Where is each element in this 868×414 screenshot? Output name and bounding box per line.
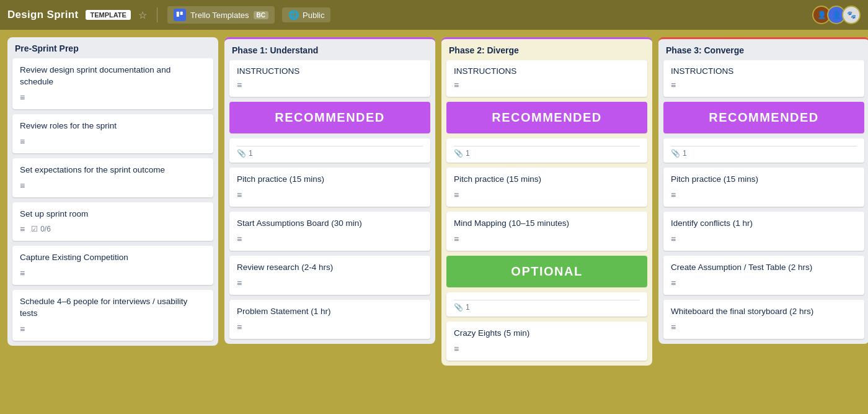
attachment-num: 1 (466, 149, 470, 158)
attachment-count: 📎 1 (237, 149, 423, 158)
lines-icon (20, 223, 25, 235)
card-title: Schedule 4–6 people for interviews / usa… (20, 296, 206, 320)
column-header-phase2: Phase 2: Diverge (441, 39, 652, 60)
card-meta (20, 180, 206, 191)
card-meta (454, 189, 640, 200)
card-title: Whiteboard the final storyboard (2 hrs) (671, 306, 857, 318)
card-meta (671, 189, 857, 200)
card-sep-p2[interactable]: 📎 1 (446, 138, 647, 163)
card-optional-p2[interactable]: OPTIONAL (446, 256, 647, 287)
workspace-name: Trello Templates (190, 11, 249, 20)
attachment-num: 1 (683, 149, 687, 158)
card-title: Capture Existing Competition (20, 252, 206, 264)
card-sep-p3[interactable]: 📎 1 (663, 138, 864, 163)
card-meta (671, 79, 857, 91)
card-recommended-p3[interactable]: RECOMMENDED (663, 102, 864, 133)
separator (237, 146, 423, 146)
card-title: Crazy Eights (5 min) (454, 328, 640, 340)
card-meta (237, 322, 423, 333)
workspace-selector[interactable]: Trello Templates BC (167, 6, 275, 24)
card-title: Pitch practice (15 mins) (671, 174, 857, 186)
board-title: Design Sprint (7, 9, 78, 21)
column-header-pre-sprint: Pre-Sprint Prep (7, 37, 218, 58)
attachment-num: 1 (249, 149, 253, 158)
card-recommended-p1[interactable]: RECOMMENDED (229, 102, 430, 133)
lines-icon (237, 233, 242, 245)
column-body-pre-sprint: Review design sprint documentation and s… (7, 58, 218, 346)
card-instructions-p1[interactable]: INSTRUCTIONS (229, 60, 430, 97)
card-schedule-interviews[interactable]: Schedule 4–6 people for interviews / usa… (12, 290, 213, 341)
visibility-label: Public (303, 11, 324, 20)
card-meta (671, 322, 857, 333)
card-title: Create Assumption / Test Table (2 hrs) (671, 262, 857, 274)
lines-icon (20, 136, 25, 147)
card-title: Review design sprint documentation and s… (20, 65, 206, 88)
card-assumption-table-p3[interactable]: Create Assumption / Test Table (2 hrs) (663, 256, 864, 295)
card-instructions-p2[interactable]: INSTRUCTIONS (446, 60, 647, 97)
card-research-p1[interactable]: Review research (2-4 hrs) (229, 256, 430, 295)
card-sep2-p2[interactable]: 📎 1 (446, 292, 647, 317)
lines-icon (237, 277, 242, 289)
card-pitch-p2[interactable]: Pitch practice (15 mins) (446, 168, 647, 207)
avatar-group: 👤 👤 🐾 (812, 6, 861, 24)
header: Design Sprint TEMPLATE ☆ Trello Template… (0, 0, 868, 30)
globe-icon: 🌐 (288, 10, 299, 20)
card-crazy8-p2[interactable]: Crazy Eights (5 min) (446, 322, 647, 361)
column-body-phase2: INSTRUCTIONS RECOMMENDED 📎 1 Pitch pract… (441, 60, 652, 366)
lines-icon (237, 322, 242, 333)
card-sep-p1[interactable]: 📎 1 (229, 138, 430, 163)
card-meta (454, 79, 640, 91)
optional-label: OPTIONAL (454, 264, 640, 279)
attachment-count: 📎 1 (454, 149, 640, 158)
workspace-code: BC (254, 11, 268, 19)
column-pre-sprint: Pre-Sprint Prep Review design sprint doc… (7, 37, 218, 346)
lines-icon (454, 189, 459, 200)
visibility-button[interactable]: 🌐 Public (282, 7, 330, 22)
card-review-docs[interactable]: Review design sprint documentation and s… (12, 58, 213, 109)
template-badge: TEMPLATE (86, 10, 130, 20)
paperclip-icon: 📎 (671, 149, 680, 158)
card-meta (20, 92, 206, 103)
card-instructions-p3[interactable]: INSTRUCTIONS (663, 60, 864, 97)
card-meta (454, 233, 640, 245)
card-storyboard-p3[interactable]: Whiteboard the final storyboard (2 hrs) (663, 300, 864, 339)
column-phase1: Phase 1: Understand INSTRUCTIONS RECOMME… (224, 37, 435, 344)
lines-icon (671, 189, 676, 200)
card-review-roles[interactable]: Review roles for the sprint (12, 114, 213, 153)
lines-icon (237, 79, 242, 91)
card-meta (20, 268, 206, 279)
card-problem-p1[interactable]: Problem Statement (1 hr) (229, 300, 430, 339)
lines-icon (671, 322, 676, 333)
card-conflicts-p3[interactable]: Identify conflicts (1 hr) (663, 212, 864, 251)
lines-icon (454, 233, 459, 245)
lines-icon (20, 180, 25, 191)
card-mindmap-p2[interactable]: Mind Mapping (10–15 minutes) (446, 212, 647, 251)
card-setup-room[interactable]: Set up sprint room ☑ 0/6 (12, 202, 213, 241)
card-competition[interactable]: Capture Existing Competition (12, 246, 213, 285)
attachment-num: 1 (466, 303, 470, 312)
card-assumptions-p1[interactable]: Start Assumptions Board (30 min) (229, 212, 430, 251)
separator (671, 146, 857, 146)
card-title: Pitch practice (15 mins) (454, 174, 640, 186)
card-pitch-p1[interactable]: Pitch practice (15 mins) (229, 168, 430, 207)
card-meta (671, 233, 857, 245)
card-meta (237, 79, 423, 91)
card-meta: ☑ 0/6 (20, 223, 206, 235)
card-set-expectations[interactable]: Set expectations for the sprint outcome (12, 158, 213, 197)
paperclip-icon: 📎 (454, 149, 463, 158)
card-title: Review roles for the sprint (20, 120, 206, 132)
card-recommended-p2[interactable]: RECOMMENDED (446, 102, 647, 133)
recommended-label: RECOMMENDED (671, 110, 857, 125)
lines-icon (20, 92, 25, 103)
star-icon[interactable]: ☆ (138, 9, 147, 21)
card-meta (454, 343, 640, 354)
lines-icon (454, 343, 459, 354)
card-title: Problem Statement (1 hr) (237, 306, 423, 318)
lines-icon (237, 189, 242, 200)
card-meta (20, 136, 206, 147)
card-pitch-p3[interactable]: Pitch practice (15 mins) (663, 168, 864, 207)
card-title: Identify conflicts (1 hr) (671, 218, 857, 230)
avatar-3[interactable]: 🐾 (842, 6, 861, 24)
attachment-count: 📎 1 (671, 149, 857, 158)
card-meta (237, 277, 423, 289)
